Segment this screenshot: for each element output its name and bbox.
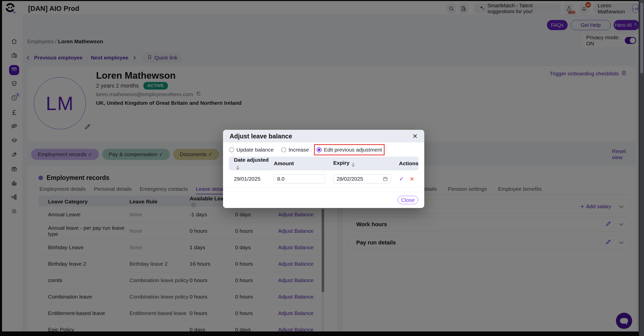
radio-edit-previous-adjustment[interactable]: Edit previous adjustment (317, 147, 382, 153)
expiry-date-input[interactable] (333, 174, 391, 183)
amount-input[interactable] (274, 174, 325, 183)
modal-title: Adjust leave balance (230, 133, 292, 140)
divider (229, 187, 418, 188)
radio-selected-icon (317, 147, 322, 152)
radio-label: Update balance (236, 147, 274, 153)
window-edge (0, 0, 644, 1)
adjust-leave-balance-modal: Adjust leave balance ✕ Update balance In… (223, 130, 424, 208)
cancel-x-icon[interactable]: ✕ (410, 176, 414, 182)
calendar-icon (383, 176, 388, 181)
close-button[interactable]: Close (397, 196, 418, 204)
sort-icon[interactable] (236, 166, 239, 170)
close-icon[interactable]: ✕ (412, 133, 418, 140)
app-window: [DAN] AIO Prod SmartMatch - Talent sugge… (0, 0, 644, 336)
radio-label: Edit previous adjustment (324, 147, 382, 153)
radio-icon (229, 147, 234, 152)
adjustment-row: 29/01/2025 ✓ ✕ (229, 170, 418, 187)
adjustment-table-header: Date adjusted Amount Expiry Actions (229, 157, 418, 170)
col-date-adjusted[interactable]: Date adjusted (234, 157, 274, 170)
window-edge (0, 331, 644, 336)
col-expiry[interactable]: Expiry (333, 160, 399, 167)
date-adjusted-value: 29/01/2025 (234, 176, 274, 182)
radio-increase[interactable]: Increase (281, 147, 309, 153)
radio-icon (281, 147, 286, 152)
modal-header: Adjust leave balance ✕ (223, 130, 424, 142)
adjustment-mode-radios: Update balance Increase Edit previous ad… (229, 146, 382, 154)
browser-scrollbar[interactable] (639, 0, 644, 336)
col-actions: Actions (399, 160, 418, 166)
window-edge (0, 0, 2, 336)
divider (223, 192, 424, 192)
radio-update-balance[interactable]: Update balance (229, 147, 274, 153)
col-amount: Amount (274, 160, 333, 166)
sort-icon[interactable] (352, 163, 355, 167)
radio-label: Increase (288, 147, 309, 153)
scrollbar-thumb[interactable] (640, 3, 643, 73)
confirm-check-icon[interactable]: ✓ (399, 175, 404, 182)
